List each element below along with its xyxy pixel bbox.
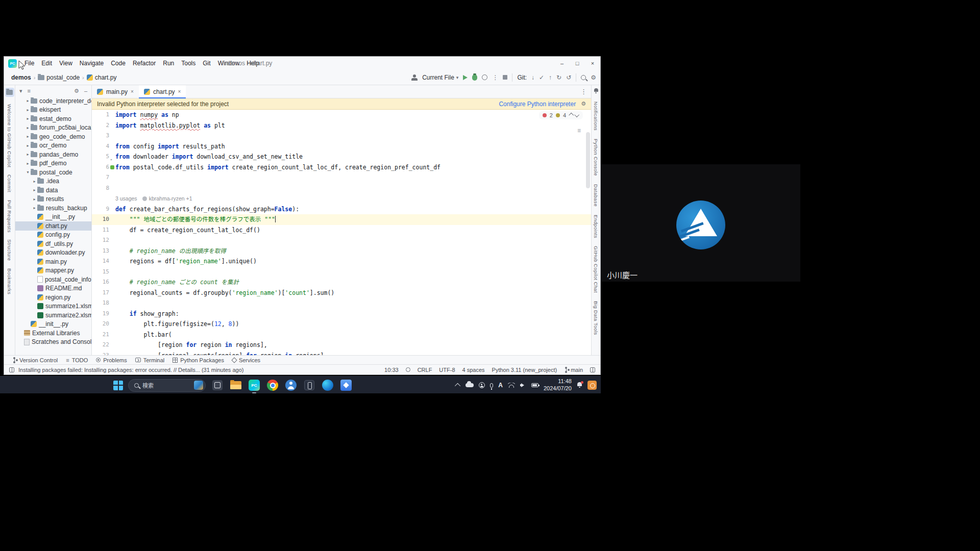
ime-a-icon[interactable]: A bbox=[498, 382, 503, 389]
code-line-18[interactable]: 18 bbox=[92, 298, 591, 309]
code-line-text[interactable]: from downloader import download_csv_and_… bbox=[115, 152, 303, 162]
cloud-icon[interactable] bbox=[465, 383, 474, 387]
line-number[interactable]: 16 bbox=[92, 277, 109, 288]
code-line-text[interactable]: def create_bar_charts_for_regions(show_g… bbox=[115, 204, 299, 215]
tree-item-postal_code[interactable]: ▾postal_code bbox=[15, 168, 91, 177]
tree-item-pandas_demo[interactable]: ▸pandas_demo bbox=[15, 150, 91, 159]
status-file-encoding[interactable]: UTF-8 bbox=[439, 367, 455, 373]
expand-collapse-icon[interactable]: ≡ bbox=[28, 88, 31, 94]
taskbar-app-explorer[interactable] bbox=[229, 379, 242, 392]
tree-item-ekispert[interactable]: ▸ekispert bbox=[15, 106, 91, 115]
code-line-text[interactable]: regions = df['region_name'].unique() bbox=[115, 256, 257, 267]
line-number[interactable]: 15 bbox=[92, 267, 109, 278]
menu-view[interactable]: View bbox=[56, 59, 76, 68]
sidebar-item-github-copilot-chat[interactable]: GitHub Copilot Chat bbox=[593, 246, 599, 293]
tree-item-results_backup[interactable]: ▸results_backup bbox=[15, 204, 91, 213]
settings-button[interactable]: ⚙ bbox=[591, 74, 596, 81]
status-memory-indicator[interactable]: 10:33 bbox=[384, 367, 399, 373]
code-line-text[interactable]: import numpy as np bbox=[115, 110, 179, 120]
sidebar-item-endpoints[interactable]: Endpoints bbox=[593, 215, 599, 238]
code-line-text[interactable]: from postal_code.df_utils import create_… bbox=[115, 162, 440, 173]
banner-settings-icon[interactable]: ⚙ bbox=[581, 101, 586, 107]
line-number[interactable]: 12 bbox=[92, 235, 109, 246]
code-line-8[interactable]: 8 bbox=[92, 183, 591, 194]
tree-item-results[interactable]: ▸results bbox=[15, 195, 91, 204]
sidebar-item-bookmarks[interactable]: Bookmarks bbox=[7, 268, 12, 294]
person-icon[interactable] bbox=[479, 382, 485, 388]
tree-item-pdf_demo[interactable]: ▸pdf_demo bbox=[15, 159, 91, 168]
line-number[interactable]: 8 bbox=[92, 183, 109, 194]
taskbar-app-store[interactable] bbox=[339, 379, 353, 392]
code-line-5[interactable]: 5▸from downloader import download_csv_an… bbox=[92, 152, 591, 162]
tree-item-data[interactable]: ▸data bbox=[15, 186, 91, 195]
breadcrumb-item-postal_code[interactable]: postal_code bbox=[38, 74, 80, 81]
tool-window-services[interactable]: Services bbox=[228, 356, 264, 364]
code-line-2[interactable]: 2import matplotlib.pyplot as plt bbox=[92, 120, 591, 131]
status-column-mode-icon[interactable] bbox=[590, 367, 595, 372]
tree-chevron-icon[interactable]: ▸ bbox=[25, 143, 31, 148]
inspections-widget[interactable]: 2 4 bbox=[539, 111, 583, 119]
speaker-icon[interactable] bbox=[520, 383, 526, 388]
project-view-selector-icon[interactable]: ▾ bbox=[19, 88, 22, 94]
line-number[interactable]: 2 bbox=[92, 120, 109, 131]
sidebar-item-pull-requests[interactable]: Pull Requests bbox=[7, 200, 12, 233]
line-number[interactable]: 19 bbox=[92, 309, 109, 319]
code-line-7[interactable]: 7 bbox=[92, 172, 591, 183]
taskbar-app-pycharm[interactable]: PC bbox=[248, 379, 261, 392]
bell-icon[interactable] bbox=[577, 382, 582, 388]
tree-item-estat_demo[interactable]: ▸estat_demo bbox=[15, 114, 91, 123]
chevron-up-icon[interactable] bbox=[455, 383, 460, 389]
code-inlay-hint[interactable]: 3 usageskbrahma-ryzen +1 bbox=[92, 193, 591, 204]
code-line-text[interactable]: from config import results_path bbox=[115, 141, 225, 152]
menu-run[interactable]: Run bbox=[159, 59, 178, 68]
sidebar-item-welcome-to-github-copilot[interactable]: Welcome to GitHub Copilot bbox=[7, 104, 12, 167]
line-number[interactable]: 20 bbox=[92, 319, 109, 330]
next-problem-icon[interactable] bbox=[574, 112, 579, 117]
sidebar-item-python-console[interactable]: Python Console bbox=[593, 139, 599, 176]
tree-item-__init__-py[interactable]: __init__.py bbox=[15, 213, 91, 222]
search-everywhere-button[interactable] bbox=[581, 75, 586, 80]
tree-item-df_utils-py[interactable]: df_utils.py bbox=[15, 239, 91, 248]
code-line-1[interactable]: 1import numpy as np bbox=[92, 110, 591, 120]
line-number[interactable]: 11 bbox=[92, 225, 109, 236]
tree-item-Scratches-and-Consoles[interactable]: Scratches and Consoles bbox=[15, 338, 91, 347]
status-read-only-icon[interactable] bbox=[406, 367, 410, 372]
line-number[interactable]: 4 bbox=[92, 141, 109, 152]
tree-chevron-icon[interactable]: ▸ bbox=[25, 98, 31, 103]
code-line-3[interactable]: 3 bbox=[92, 131, 591, 141]
tree-chevron-icon[interactable]: ▸ bbox=[25, 116, 31, 121]
tree-item--idea[interactable]: ▸.idea bbox=[15, 177, 91, 186]
tree-chevron-icon[interactable]: ▾ bbox=[25, 170, 31, 174]
code-line-6[interactable]: 6from postal_code.df_utils import create… bbox=[92, 162, 591, 173]
tree-item-config-py[interactable]: config.py bbox=[15, 231, 91, 240]
tabs-more-icon[interactable]: ⋮ bbox=[580, 88, 587, 95]
code-line-22[interactable]: 22 [region for region in regions], bbox=[92, 340, 591, 350]
tool-window-version-control[interactable]: Version Control bbox=[8, 356, 62, 364]
tree-chevron-icon[interactable]: ▸ bbox=[32, 197, 37, 202]
git-update-button[interactable]: ↓ bbox=[531, 74, 534, 81]
code-with-me-icon[interactable] bbox=[411, 74, 418, 81]
code-line-text[interactable]: plt.figure(figsize=(12, 8)) bbox=[115, 319, 239, 330]
tree-item-downloader-py[interactable]: downloader.py bbox=[15, 248, 91, 258]
line-number[interactable]: 13 bbox=[92, 246, 109, 257]
code-line-19[interactable]: 19 if show_graph: bbox=[92, 309, 591, 319]
taskbar-app-edge[interactable] bbox=[321, 379, 334, 392]
breadcrumb-item-chart.py[interactable]: chart.py bbox=[87, 74, 117, 81]
tree-chevron-icon[interactable]: ▸ bbox=[25, 108, 31, 112]
usages-hint[interactable]: 3 usages bbox=[115, 195, 137, 202]
configure-interpreter-link[interactable]: Configure Python interpreter bbox=[499, 101, 576, 108]
line-number[interactable]: 6 bbox=[92, 162, 109, 173]
code-line-text[interactable]: [regional_counts[region] for region in r… bbox=[115, 350, 324, 356]
tree-item-__init__-py[interactable]: __init__.py bbox=[15, 320, 91, 329]
tree-item-code_interpreter_der[interactable]: ▸code_interpreter_der bbox=[15, 96, 91, 106]
line-number[interactable]: 7 bbox=[92, 172, 109, 183]
tree-chevron-icon[interactable]: ▸ bbox=[32, 206, 37, 210]
tool-window-python-packages[interactable]: Python Packages bbox=[168, 356, 228, 364]
sidebar-item-big-data-tools[interactable]: Big Data Tools bbox=[593, 301, 599, 335]
breadcrumb-item-demos[interactable]: demos bbox=[11, 74, 31, 81]
status-indent-style[interactable]: 4 spaces bbox=[462, 367, 485, 373]
tree-chevron-icon[interactable]: ▸ bbox=[25, 134, 31, 139]
tree-item-summarize2-xlsm[interactable]: summarize2.xlsm bbox=[15, 311, 91, 320]
tab-main-py[interactable]: main.py× bbox=[92, 85, 139, 98]
code-line-17[interactable]: 17 regional_counts = df.groupby('region_… bbox=[92, 288, 591, 298]
